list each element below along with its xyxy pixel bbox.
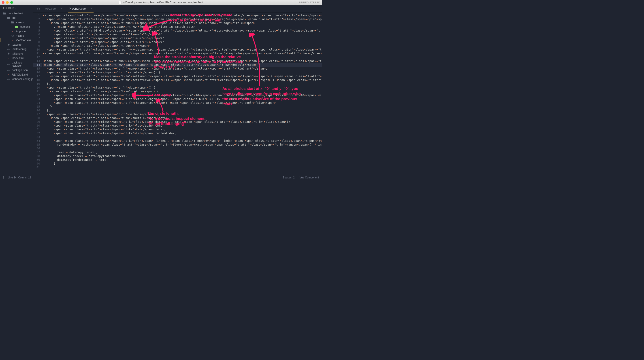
nav-forward-icon[interactable]: › <box>39 7 40 11</box>
window-title-text: ~/Development/our-pie-chart/src/PieChart… <box>123 1 203 4</box>
tree-item-label: logo.png <box>20 25 30 28</box>
tab-close-icon[interactable]: × <box>91 7 93 10</box>
folder-icon <box>3 12 6 15</box>
tree-item--babelrc[interactable]: ✱.babelrc <box>0 42 33 47</box>
tab-label: App.vue <box>45 7 56 10</box>
tree-item-label: .editorconfig <box>12 48 26 51</box>
sidebar-header: FOLDERS <box>0 5 33 11</box>
tree-item-assets[interactable]: assets <box>0 20 33 24</box>
tree-item-label: .babelrc <box>12 43 22 46</box>
image-icon <box>15 26 18 28</box>
tree-item--editorconfig[interactable]: </>.editorconfig <box>0 47 33 51</box>
tree-item-label: README.md <box>12 73 28 76</box>
code-file-icon: </> <box>7 63 10 66</box>
config-file-icon: ✱ <box>7 43 10 46</box>
tree-item-piechart-vue[interactable]: ≡PieChart.vue <box>0 38 33 42</box>
titlebar: ~/Development/our-pie-chart/src/PieChart… <box>0 0 322 5</box>
tree-item-src[interactable]: src <box>0 16 33 20</box>
close-window-button[interactable] <box>2 1 4 4</box>
tree-item-label: .gitignore <box>12 52 23 55</box>
tree-item-label: PieChart.vue <box>16 39 31 42</box>
line-gutter: 1234567891011121314151617181920212223242… <box>33 12 42 175</box>
tree-item-label: index.html <box>12 56 24 60</box>
tree-item-label: App.vue <box>16 30 26 33</box>
statusbar: Line 14, Column 11 Spaces: 2 Vue Compone… <box>0 175 322 180</box>
tree-item-main-js[interactable]: </>main.js <box>0 33 33 38</box>
vue-file-icon: ≡ <box>11 30 14 33</box>
markdown-file-icon: ≡ <box>7 73 10 76</box>
editor-area: ‹ › App.vue×PieChart.vue× 12345678910111… <box>33 5 322 175</box>
tab-nav: ‹ › <box>35 7 42 11</box>
minimize-window-button[interactable] <box>6 1 9 4</box>
folder-icon <box>11 21 14 24</box>
window-title: ~/Development/our-pie-chart/src/PieChart… <box>119 1 203 4</box>
tree-item-app-vue[interactable]: ≡App.vue <box>0 29 33 33</box>
tab-app-vue[interactable]: App.vue× <box>42 5 66 12</box>
unregistered-label: UNREGISTERED <box>300 1 320 4</box>
config-file-icon: ✱ <box>7 52 10 55</box>
tree-item-label: package-lock.json <box>12 61 33 67</box>
window-controls <box>2 1 13 4</box>
code-content[interactable]: <span <span class="t-attr">class</span>=… <box>42 12 322 175</box>
sidebar: FOLDERS our-pie-chartsrcassetslogo.png≡A… <box>0 5 33 175</box>
code-file-icon: </> <box>7 48 10 51</box>
syntax-mode[interactable]: Vue Component <box>300 176 319 179</box>
tab-piechart-vue[interactable]: PieChart.vue× <box>66 5 96 12</box>
tree-item-label: src <box>12 16 16 19</box>
tree-item-readme-md[interactable]: ≡README.md <box>0 72 33 77</box>
tree-item--gitignore[interactable]: ✱.gitignore <box>0 51 33 56</box>
tree-item-label: package.json <box>12 69 28 72</box>
code-editor[interactable]: 1234567891011121314151617181920212223242… <box>33 12 322 175</box>
tree-item-label: main.js <box>16 34 24 37</box>
code-file-icon: </> <box>7 78 10 81</box>
cursor-position[interactable]: Line 14, Column 11 <box>8 176 31 179</box>
tab-bar: ‹ › App.vue×PieChart.vue× <box>33 5 322 12</box>
tree-item-logo-png[interactable]: logo.png <box>0 24 33 29</box>
maximize-window-button[interactable] <box>10 1 13 4</box>
tree-item-package-lock-json[interactable]: </>package-lock.json <box>0 60 33 68</box>
vue-file-icon: ≡ <box>11 39 14 42</box>
file-tree: our-pie-chartsrcassetslogo.png≡App.vue</… <box>0 11 33 81</box>
code-file-icon: </> <box>7 69 10 72</box>
folder-icon <box>7 16 10 19</box>
tree-item-label: assets <box>16 21 24 24</box>
tree-item-label: our-pie-chart <box>8 12 23 15</box>
tree-item-webpack-config-js[interactable]: </>webpack.config.js <box>0 77 33 81</box>
tree-item-label: webpack.config.js <box>12 78 33 81</box>
code-file-icon: </> <box>11 34 14 37</box>
tab-close-icon[interactable]: × <box>61 7 63 10</box>
indentation-setting[interactable]: Spaces: 2 <box>282 176 294 179</box>
tree-item-package-json[interactable]: </>package.json <box>0 68 33 72</box>
tree-item-our-pie-chart[interactable]: our-pie-chart <box>0 11 33 16</box>
tab-label: PieChart.vue <box>69 7 86 10</box>
menu-icon[interactable] <box>3 176 4 179</box>
file-icon <box>119 1 122 4</box>
tree-item-index-html[interactable]: ≡index.html <box>0 56 33 60</box>
nav-back-icon[interactable]: ‹ <box>37 7 38 11</box>
html-file-icon: ≡ <box>7 56 10 60</box>
